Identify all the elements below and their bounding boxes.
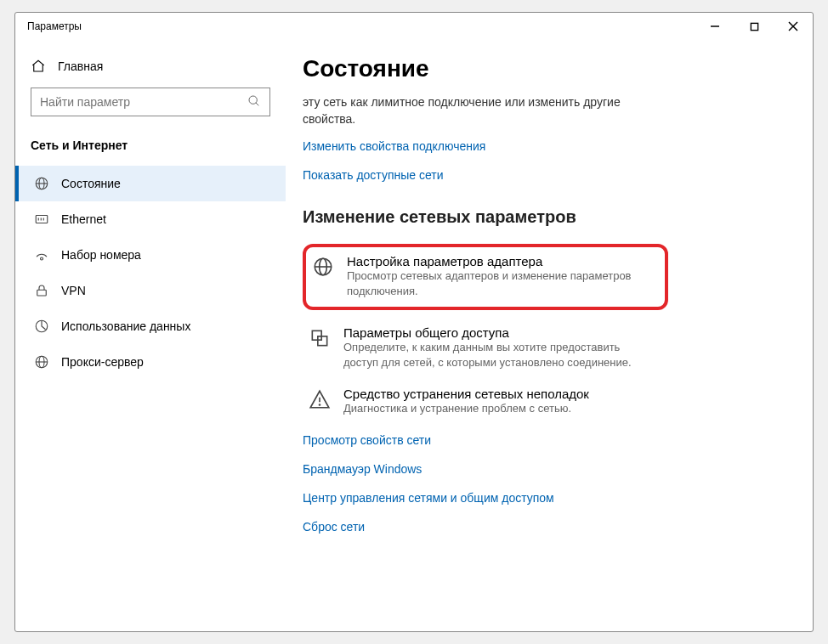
search-box[interactable] bbox=[31, 88, 270, 116]
option-desc: Определите, к каким данным вы хотите пре… bbox=[343, 340, 632, 370]
sidebar-item-label: Состояние bbox=[61, 177, 121, 190]
svg-rect-9 bbox=[36, 216, 48, 223]
option-troubleshooter[interactable]: Средство устранения сетевых неполадок Ди… bbox=[303, 378, 668, 425]
sidebar-item-status[interactable]: Состояние bbox=[15, 166, 286, 201]
sharing-icon bbox=[308, 325, 332, 370]
data-usage-icon bbox=[34, 319, 49, 334]
option-sharing-settings[interactable]: Параметры общего доступа Определите, к к… bbox=[303, 317, 668, 378]
sidebar-section-label: Сеть и Интернет bbox=[15, 130, 286, 166]
settings-window: Параметры Главная bbox=[14, 12, 814, 632]
search-icon bbox=[247, 94, 261, 110]
window-body: Главная Сеть и Интернет Состояние bbox=[15, 40, 813, 631]
link-network-reset[interactable]: Сброс сети bbox=[303, 520, 779, 534]
globe-icon bbox=[34, 176, 49, 191]
vpn-icon bbox=[34, 283, 49, 298]
option-text: Настройка параметров адаптера Просмотр с… bbox=[347, 254, 636, 298]
link-windows-firewall[interactable]: Брандмауэр Windows bbox=[303, 462, 779, 476]
svg-point-13 bbox=[41, 257, 43, 260]
search-wrap bbox=[15, 88, 286, 130]
home-icon bbox=[31, 59, 46, 74]
link-network-sharing-center[interactable]: Центр управления сетями и общим доступом bbox=[303, 491, 779, 505]
adapter-icon bbox=[311, 254, 335, 298]
svg-rect-23 bbox=[318, 336, 327, 346]
sidebar-item-label: VPN bbox=[61, 284, 86, 297]
caption-buttons bbox=[695, 13, 813, 40]
svg-point-25 bbox=[319, 404, 320, 405]
home-label: Главная bbox=[58, 59, 103, 73]
option-desc: Диагностика и устранение проблем с сетью… bbox=[343, 401, 589, 416]
svg-point-4 bbox=[249, 96, 257, 104]
maximize-button[interactable] bbox=[734, 13, 774, 40]
sidebar-item-proxy[interactable]: Прокси-сервер bbox=[15, 344, 286, 380]
sidebar-item-label: Набор номера bbox=[61, 248, 141, 262]
close-button[interactable] bbox=[774, 13, 813, 40]
ethernet-icon bbox=[34, 212, 49, 227]
option-desc: Просмотр сетевых адаптеров и изменение п… bbox=[347, 268, 636, 298]
sidebar-item-label: Использование данных bbox=[61, 319, 190, 333]
proxy-icon bbox=[34, 354, 49, 370]
sidebar-item-vpn[interactable]: VPN bbox=[15, 273, 286, 308]
titlebar: Параметры bbox=[15, 13, 813, 40]
link-show-available-networks[interactable]: Показать доступные сети bbox=[303, 168, 779, 182]
main-content: Состояние эту сеть как лимитное подключе… bbox=[286, 40, 813, 631]
option-title: Настройка параметров адаптера bbox=[347, 254, 636, 268]
sidebar-item-label: Прокси-сервер bbox=[61, 355, 144, 369]
svg-rect-22 bbox=[312, 331, 321, 341]
option-text: Параметры общего доступа Определите, к к… bbox=[343, 325, 632, 370]
home-link[interactable]: Главная bbox=[15, 52, 286, 81]
search-input[interactable] bbox=[40, 95, 247, 109]
sidebar-item-label: Ethernet bbox=[61, 212, 106, 226]
page-title: Состояние bbox=[303, 55, 779, 82]
sidebar-item-dialup[interactable]: Набор номера bbox=[15, 237, 286, 273]
svg-rect-1 bbox=[751, 23, 757, 30]
option-title: Средство устранения сетевых неполадок bbox=[343, 387, 589, 401]
link-view-network-props[interactable]: Просмотр свойств сети bbox=[303, 433, 779, 447]
option-text: Средство устранения сетевых неполадок Ди… bbox=[343, 387, 589, 416]
option-adapter-settings[interactable]: Настройка параметров адаптера Просмотр с… bbox=[303, 244, 668, 310]
svg-rect-14 bbox=[37, 290, 47, 296]
sidebar: Главная Сеть и Интернет Состояние bbox=[15, 40, 286, 631]
dialup-icon bbox=[34, 247, 49, 263]
minimize-button[interactable] bbox=[695, 13, 734, 40]
sidebar-nav: Состояние Ethernet Набор номера bbox=[15, 166, 286, 380]
window-title: Параметры bbox=[27, 20, 82, 32]
intro-text: эту сеть как лимитное подключение или из… bbox=[303, 94, 660, 127]
sidebar-item-ethernet[interactable]: Ethernet bbox=[15, 201, 286, 237]
svg-line-5 bbox=[256, 103, 258, 105]
section-change-network-params: Изменение сетевых параметров bbox=[303, 207, 779, 227]
link-change-connection-props[interactable]: Изменить свойства подключения bbox=[303, 139, 779, 153]
sidebar-item-data-usage[interactable]: Использование данных bbox=[15, 308, 286, 344]
warning-icon bbox=[308, 387, 332, 416]
option-title: Параметры общего доступа bbox=[343, 325, 632, 340]
